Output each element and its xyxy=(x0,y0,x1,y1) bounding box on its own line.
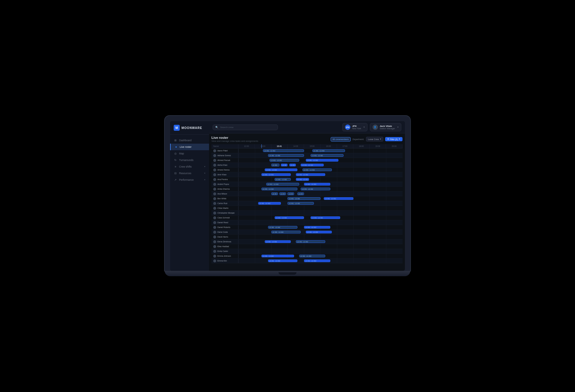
shift-block[interactable]: LG 001 · LG 002 xyxy=(265,168,298,171)
shift-block[interactable]: LG 001 · LG 002 xyxy=(263,149,304,152)
crew-name-cell: Emma Johnson xyxy=(211,254,238,258)
row-timeline: LG 001 · LG 002LG 001 · LG 002 xyxy=(238,201,402,206)
shift-block[interactable]: LG 001 · LG 002 xyxy=(311,154,344,157)
shift-block[interactable]: LG 001 · LG 002 xyxy=(261,188,298,190)
shift-block[interactable]: LG 001 · LG 002 xyxy=(288,202,314,205)
shift-block[interactable]: LG 001 · LG 002 xyxy=(297,192,304,195)
table-row[interactable]: Emily Carter xyxy=(211,249,402,254)
shift-block[interactable]: LG 001 · LG 002 xyxy=(324,197,353,200)
airport-badge[interactable]: JFK JFK New York ▾ xyxy=(342,123,367,131)
shift-block[interactable]: LG 001 · LG 002 xyxy=(289,164,296,166)
table-row[interactable]: Elias Haddad xyxy=(211,244,402,249)
table-row[interactable]: Anika SharmaLG 001 · LG 002LG 001 · LG 0… xyxy=(211,187,402,192)
sidebar-item-label: Live roster xyxy=(180,145,192,148)
shift-block[interactable]: LG 001 · LG 002 xyxy=(304,259,330,262)
table-row[interactable]: Emma JohnsonLG 001 · LG 002LG 001 · LG 0… xyxy=(211,254,402,259)
shift-block[interactable]: LG 001 · LG 002 xyxy=(301,164,324,166)
row-timeline: LG 001 · LG 002LG 001 · LG 002 xyxy=(238,187,402,191)
crew-name: Andrei Popov xyxy=(217,183,229,185)
table-row[interactable]: Chloe Martin xyxy=(211,206,402,211)
roster-subtitle: View and manage crew tasks and assignmen… xyxy=(211,140,258,142)
shift-block[interactable]: LG 001 · LG 002 xyxy=(271,164,279,166)
sidebar-item-live-roster[interactable]: ● Live roster xyxy=(170,144,209,150)
table-row[interactable]: Daniel Reed xyxy=(211,220,402,225)
sidebar-item-performance[interactable]: ↗ Performance ▾ xyxy=(170,177,209,183)
shift-block[interactable]: LG 001 · LG 002 xyxy=(266,183,299,186)
table-row[interactable]: Daria CostaLG 001 · LG 002LG 001 · LG 00… xyxy=(211,230,402,235)
shift-block[interactable]: LG 001 · LG 002 xyxy=(281,164,288,166)
table-row[interactable]: Christopher Morgan xyxy=(211,211,402,215)
search-bar[interactable]: 🔍 Search crew xyxy=(213,124,278,130)
shift-label: LG 001 · LG 002 xyxy=(269,155,280,157)
user-badge[interactable]: 👤 Jack Vitale Station Manager ▾ xyxy=(370,123,401,131)
shift-block[interactable]: LG 001 · LG 002 xyxy=(271,192,278,195)
table-row[interactable]: Daniel RobertsLG 001 · LG 002LG 001 · LG… xyxy=(211,225,402,230)
row-timeline: LG 001 · LG 002LG 001 · LG 002 xyxy=(238,225,402,230)
shift-block[interactable]: LG 001 · LG 002 xyxy=(304,226,330,229)
avatar xyxy=(213,164,216,167)
sidebar-item-resources[interactable]: ⊟ Resources ▾ xyxy=(170,170,209,177)
shift-block[interactable]: LG 001 · LG 002 xyxy=(301,188,330,190)
shift-label: LG 001 · LG 002 xyxy=(269,260,280,262)
logo-area: M MOONWARE xyxy=(170,125,209,135)
shift-label: LG 001 · LG 002 xyxy=(281,193,285,195)
filter-button[interactable]: ⚙ Filter (3) ✕ xyxy=(385,137,402,141)
table-row[interactable]: Ava WilsonLG 001 · LG 002LG 001 · LG 002… xyxy=(211,192,402,196)
avatar xyxy=(213,255,216,258)
shift-block[interactable]: LG 001 · LG 002 xyxy=(261,173,291,176)
table-row[interactable]: Ben WhiteLG 001 · LG 002LG 001 · LG 002 xyxy=(211,196,402,201)
table-row[interactable]: Aisha KhanLG 001 · LG 002LG 001 · LG 002… xyxy=(211,163,402,168)
table-row[interactable]: Aaron PatelLG 001 · LG 002LG 001 · LG 00… xyxy=(211,148,402,153)
table-row[interactable]: Amir KhanLG 001 · LG 002LG 001 · LG 002 xyxy=(211,172,402,177)
shift-block[interactable]: LG 001 · LG 002 xyxy=(265,240,291,243)
shift-block[interactable]: LG 001 · LG 002 xyxy=(312,149,345,152)
table-row[interactable]: Adriana GomezLG 001 · LG 002LG 001 · LG … xyxy=(211,153,402,158)
table-row[interactable]: Emma KimLG 001 · LG 002LG 001 · LG 002 xyxy=(211,259,402,263)
department-select[interactable]: Lunar Crew ▾ xyxy=(366,137,383,142)
live-roster-icon: ● xyxy=(174,145,178,148)
shift-label: LG 001 · LG 002 xyxy=(312,217,323,219)
sidebar-item-crew-shifts[interactable]: ≡ Crew shifts ▾ xyxy=(170,163,209,170)
sidebar-item-turnarounds[interactable]: ↻ Turnarounds xyxy=(170,157,209,163)
shift-block[interactable]: LG 001 · LG 002 xyxy=(311,216,340,219)
shift-block[interactable]: LG 001 · LG 002 xyxy=(279,192,286,195)
table-row[interactable]: Elena DimitrovaLG 001 · LG 002LG 001 · L… xyxy=(211,239,402,244)
shift-block[interactable]: LG 001 · LG 002 xyxy=(275,216,304,219)
shift-block[interactable]: LG 001 · LG 002 xyxy=(296,178,309,181)
table-row[interactable]: Andrei PopovLG 001 · LG 002LG 001 · LG 0… xyxy=(211,182,402,187)
app-container: M MOONWARE ⊞ Dashboard ● Live roster xyxy=(170,121,405,271)
crew-name-cell: Adriana Gomez xyxy=(211,154,238,158)
crew-count-button[interactable]: 86 crewmembers xyxy=(331,137,351,142)
sidebar-item-map[interactable]: ◎ Map xyxy=(170,150,209,157)
shift-block[interactable]: LG 001 · LG 002 xyxy=(304,183,330,186)
shift-block[interactable]: LG 001 · LG 002 xyxy=(288,192,294,195)
shift-block[interactable]: LG 001 · LG 002 xyxy=(271,231,301,233)
table-row[interactable]: Amara NwosuLG 001 · LG 002LG 001 · LG 00… xyxy=(211,168,402,172)
shift-block[interactable]: LG 001 · LG 002 xyxy=(268,259,298,262)
table-row[interactable]: David Harris xyxy=(211,235,402,239)
shift-block[interactable]: LG 001 · LG 002 xyxy=(268,226,298,229)
table-row[interactable]: Ahmed FaroukLG 001 · LG 002LG 001 · LG 0… xyxy=(211,158,402,163)
roster-controls: 86 crewmembers Department: Lunar Crew ▾ … xyxy=(331,137,402,142)
crew-name: Emma Kim xyxy=(217,260,227,262)
sidebar-item-label: Dashboard xyxy=(179,139,192,142)
shift-block[interactable]: LG 001 · LG 002 xyxy=(268,154,304,157)
table-row[interactable]: Clara SchmidtLG 001 · LG 002LG 001 · LG … xyxy=(211,215,402,220)
shift-block[interactable]: LG 001 · LG 002 xyxy=(261,255,294,257)
table-row[interactable]: Ana PereiraLG 001 · LG 002LG 001 · LG 00… xyxy=(211,177,402,182)
shift-block[interactable]: LG 001 · LG 002 xyxy=(306,159,339,162)
shift-block[interactable]: LG 001 · LG 002 xyxy=(275,178,291,181)
crew-name: Ben White xyxy=(217,197,226,200)
time-label: 19:00 xyxy=(370,144,386,148)
crew-name: David Harris xyxy=(217,236,228,238)
table-row[interactable]: Carlos RuizLG 001 · LG 002LG 001 · LG 00… xyxy=(211,201,402,206)
shift-block[interactable]: LG 001 · LG 002 xyxy=(270,159,299,162)
shift-block[interactable]: LG 001 · LG 002 xyxy=(258,202,281,205)
shift-block[interactable]: LG 001 · LG 002 xyxy=(299,255,326,257)
shift-block[interactable]: LG 001 · LG 002 xyxy=(288,197,320,200)
sidebar-item-dashboard[interactable]: ⊞ Dashboard xyxy=(170,137,209,144)
shift-block[interactable]: LG 001 · LG 002 xyxy=(302,168,332,171)
shift-block[interactable]: LG 001 · LG 002 xyxy=(296,240,326,243)
shift-block[interactable]: LG 001 · LG 002 xyxy=(306,231,332,233)
shift-block[interactable]: LG 001 · LG 002 xyxy=(296,173,326,176)
